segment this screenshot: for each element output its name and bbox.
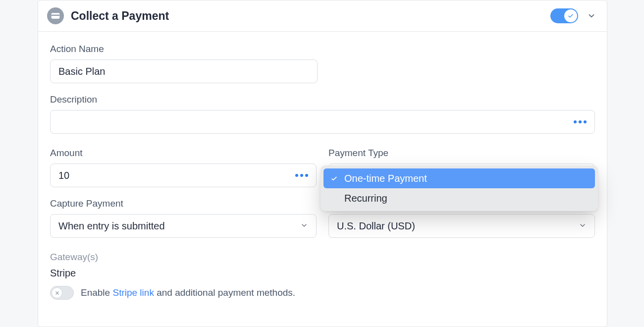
description-label: Description xyxy=(50,94,595,105)
gateways-label: Gateway(s) xyxy=(50,252,595,263)
description-input[interactable] xyxy=(50,110,595,134)
collect-payment-panel: Collect a Payment Action Name Basic Plan… xyxy=(38,0,607,327)
check-icon xyxy=(329,175,338,182)
payment-type-option-recurring[interactable]: Recurring xyxy=(323,188,595,208)
capture-payment-value: When entry is submitted xyxy=(58,220,165,232)
currency-value: U.S. Dollar (USD) xyxy=(337,220,415,232)
stripe-link-row: Enable Stripe link and additional paymen… xyxy=(50,286,595,300)
stripe-link-toggle[interactable] xyxy=(50,286,74,300)
action-name-input[interactable]: Basic Plan xyxy=(50,59,318,83)
action-name-label: Action Name xyxy=(50,44,595,54)
panel-header: Collect a Payment xyxy=(38,0,607,32)
chevron-down-icon xyxy=(579,220,587,232)
payment-type-dropdown: One-time Payment Recurring xyxy=(321,165,598,211)
amount-label: Amount xyxy=(50,148,317,159)
amount-merge-tags-button[interactable] xyxy=(295,174,308,177)
collapse-chevron[interactable] xyxy=(585,9,598,22)
panel-title: Collect a Payment xyxy=(71,9,543,23)
payment-type-option-one-time[interactable]: One-time Payment xyxy=(323,168,595,188)
description-merge-tags-button[interactable] xyxy=(574,120,587,123)
svg-rect-1 xyxy=(52,15,60,16)
gateway-name: Stripe xyxy=(50,268,595,279)
action-name-value: Basic Plan xyxy=(58,66,106,77)
panel-body: Action Name Basic Plan Description Amoun… xyxy=(38,32,607,314)
stripe-link-text: Enable Stripe link and additional paymen… xyxy=(81,287,295,298)
credit-card-icon xyxy=(47,7,64,24)
panel-enable-toggle[interactable] xyxy=(550,8,578,23)
currency-select[interactable]: U.S. Dollar (USD) xyxy=(328,214,595,238)
capture-payment-select[interactable]: When entry is submitted xyxy=(50,214,317,238)
amount-input[interactable]: 10 xyxy=(50,164,317,187)
option-label: Recurring xyxy=(344,193,387,204)
amount-value: 10 xyxy=(58,170,69,181)
x-icon xyxy=(52,287,62,298)
payment-type-label: Payment Type xyxy=(328,148,595,159)
check-icon xyxy=(567,12,574,19)
stripe-link-anchor[interactable]: Stripe link xyxy=(112,287,154,298)
chevron-down-icon xyxy=(587,11,596,20)
capture-payment-label: Capture Payment xyxy=(50,198,317,209)
option-label: One-time Payment xyxy=(344,173,427,184)
chevron-down-icon xyxy=(300,220,308,232)
